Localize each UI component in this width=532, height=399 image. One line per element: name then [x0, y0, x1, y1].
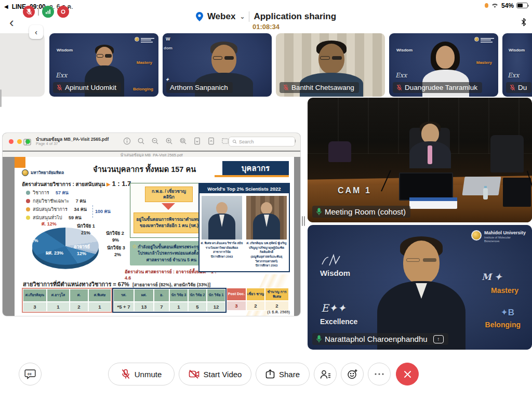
- sharing-caption: นำเสนอข้อมูล MB_PA-Visit 2565.pdf: [3, 152, 300, 157]
- participant-name-label: Apinunt Udomkit: [53, 82, 121, 93]
- search-icon: [232, 139, 237, 144]
- self-status-badges: [23, 6, 69, 18]
- minimize-window-icon: [17, 139, 22, 144]
- participant-tile[interactable]: Wisdom Exx Du: [502, 33, 532, 97]
- reactions-button[interactable]: [341, 363, 364, 385]
- layout-divider-handle[interactable]: [302, 216, 306, 226]
- more-options-button[interactable]: [368, 363, 391, 385]
- wisdom-art: W: [166, 36, 170, 42]
- promotion-flow-box: ก.พ.อ. / เชี่ยวชาญคลินิก อยู่ในขั้นตอนกา…: [130, 183, 208, 238]
- shared-screen: นำเสนอข้อมูล MB_PA-Visit 2565.pdf Page 4…: [3, 133, 300, 316]
- slide-canvas: มหาวิทยาลัยมหิดล จำนวนบุคลากร ทั้งหมด 15…: [15, 157, 294, 316]
- connection-quality-icon[interactable]: [42, 6, 54, 18]
- self-video-panel[interactable]: [0, 33, 45, 97]
- recording-indicator-icon: [57, 6, 69, 18]
- pdf-search-field[interactable]: Search: [229, 137, 295, 147]
- sidebar-toggle-icon[interactable]: [23, 138, 31, 146]
- battery-icon: [516, 3, 528, 8]
- mahidol-emblem-icon: [22, 169, 29, 176]
- start-video-button[interactable]: Start Video: [179, 363, 251, 385]
- participant-name-label: Arthorn Sanpanich: [166, 82, 233, 93]
- captions-button[interactable]: cc: [19, 363, 42, 385]
- institute-logo: Mahidol University Institute of Molecula…: [471, 230, 526, 243]
- document-page-info: Page 4 of 37: [36, 141, 58, 146]
- excellence-art: Exx: [56, 72, 67, 79]
- laptop: [399, 172, 453, 201]
- share-icon: [265, 369, 275, 379]
- magnifier-icon[interactable]: [137, 137, 145, 145]
- muted-mic-icon: [283, 84, 289, 91]
- slide-university-logo: มหาวิทยาลัยมหิดล: [22, 169, 64, 176]
- participant-tile[interactable]: Wisdom Mastery Exx Duangrudee Tanramluk: [389, 33, 498, 97]
- collapse-filmstrip-button[interactable]: ‹: [29, 25, 43, 39]
- zoom-in-icon[interactable]: [165, 137, 173, 145]
- academic-positions-table: ศ.เกียรติคุณ3 ศ.อาวุโส1 ศ.2 ศ.พิเศษ1 รศ.…: [22, 288, 289, 313]
- muted-mic-badge-icon: [23, 6, 35, 18]
- participants-button[interactable]: [314, 363, 337, 385]
- chair: [490, 135, 524, 172]
- webex-menu[interactable]: Webex: [207, 11, 236, 22]
- svg-text:cc: cc: [28, 372, 32, 376]
- muted-mic-icon: [57, 84, 62, 91]
- mastery-art: M ✦: [482, 272, 502, 282]
- page-title: Application sharing: [254, 11, 336, 22]
- wisdom-art: [321, 254, 342, 270]
- webex-pin-icon: [196, 12, 203, 21]
- zoom-out-icon[interactable]: [151, 137, 159, 145]
- mastery-art: Mastery: [476, 60, 492, 65]
- royal-appointment-note: กำลังอยู่ในขั้นตอนเพื่อทรงพระกรุณา โปรดเ…: [130, 241, 208, 265]
- pie-label-lecturer: อาจารย์: [74, 244, 90, 249]
- wisdom-art-2: dom: [164, 46, 172, 50]
- chevron-down-icon[interactable]: ⌄: [240, 13, 245, 20]
- participant-tile[interactable]: Banthit Chetsawang: [276, 33, 385, 97]
- status-bar: ◀ LINE 09:00 อ. 6 ธ.ค. 54%: [0, 0, 532, 10]
- staff-ratio-line: อัตราส่วนสายวิชาการ : สายสนับสนุน ▶ 1 : …: [22, 180, 131, 188]
- app-frame: ◀ LINE 09:00 อ. 6 ธ.ค. 54% ‹ Webex ⌄ App…: [0, 0, 532, 399]
- select-icon[interactable]: [221, 137, 229, 145]
- belonging-art: Belonging: [133, 87, 153, 91]
- share-button[interactable]: Share: [256, 363, 310, 385]
- participant-tile[interactable]: Wisdom Mastery Exx Belonging Apinunt Udo…: [49, 33, 158, 97]
- participant-tile[interactable]: W dom ✦ Arthorn Sanpanich: [163, 33, 272, 97]
- participant-name-label: Duangrudee Tanramluk: [393, 82, 482, 93]
- down-arrow-icon: [162, 203, 175, 210]
- header-divider: [249, 11, 249, 22]
- water-bottle: [483, 188, 488, 200]
- laptop: [462, 177, 501, 195]
- slide-date-note: (1 ธ.ค. 2565): [267, 309, 290, 315]
- meeting-timer: 01:08:34: [0, 23, 532, 31]
- camera-overlay-label: CAM 1: [338, 186, 371, 195]
- scientist-caption: ศ. พิเศษ ดร.ดันแคน ริชาร์ด สมิธ รางวัลมห…: [201, 241, 243, 268]
- page-fit-icon[interactable]: [179, 137, 187, 145]
- excellence-art: Exx: [508, 72, 519, 79]
- meeting-room-tile[interactable]: CAM 1 Meeting Room (cohost): [308, 98, 532, 222]
- slide-section-badge: บุคลากร: [222, 161, 289, 175]
- pie-label-assoc: รศ. 22%: [21, 238, 38, 243]
- filmstrip-scrollbar[interactable]: [0, 89, 2, 107]
- speaker-name-label: Narattaphol Charoenphandhu ↑: [312, 333, 448, 345]
- location-indicator-icon: [485, 3, 488, 8]
- info-icon[interactable]: [123, 137, 131, 145]
- slide-badge-underline: [215, 175, 289, 177]
- legend-item: สนับสนุนวิชาการ 34 คน: [26, 206, 87, 213]
- mahidol-logo-icon: [135, 37, 154, 43]
- top-scientists-title: World's Top 2% Scientists 2022: [200, 184, 289, 193]
- cc-icon: cc: [24, 369, 36, 379]
- leave-meeting-button[interactable]: [396, 363, 419, 385]
- scientist-photo: [246, 196, 287, 240]
- excellence-art: Exx: [395, 72, 407, 79]
- top-scientists-box: World's Top 2% Scientists 2022 ศ. พิเศษ …: [198, 183, 290, 272]
- belonging-art: ✦B: [500, 307, 514, 318]
- back-to-app-icon[interactable]: ◀: [4, 4, 8, 9]
- smiley-plus-icon: [347, 369, 358, 380]
- monitor: [503, 178, 531, 207]
- muted-mic-icon: [396, 84, 402, 91]
- unmute-button[interactable]: Unmute: [108, 363, 175, 385]
- close-window-icon: [9, 139, 14, 144]
- active-speaker-tile[interactable]: Mahidol University Institute of Molecula…: [308, 225, 532, 350]
- participant-name-label: Du: [506, 82, 531, 93]
- room-name-label: Meeting Room (cohost): [312, 206, 410, 218]
- mahidol-logo-icon: [474, 37, 494, 43]
- page-up-icon[interactable]: [207, 137, 215, 145]
- page-down-icon[interactable]: [193, 137, 201, 145]
